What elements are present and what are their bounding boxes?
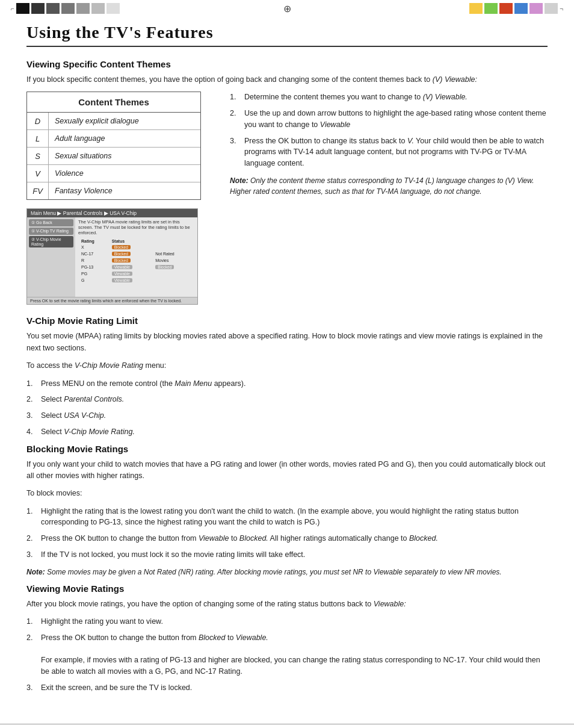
ct-desc-s: Sexual situations xyxy=(49,148,200,164)
corner-mark-left: ⌐ xyxy=(11,5,14,12)
viewing-movie-intro: After you block movie ratings, you have … xyxy=(26,599,548,610)
col-right: 1. Determine the content themes you want… xyxy=(230,92,548,305)
ss-menu-tvrating: ① V-Chip TV Rating xyxy=(29,228,73,235)
vchip-access-intro: To access the V-Chip Movie Rating menu: xyxy=(26,360,548,372)
blocking-heading: Blocking Movie Ratings xyxy=(26,444,548,454)
ss-header-text: Main Menu ▶ Parental Controls ▶ USA V-Ch… xyxy=(31,210,137,216)
color-block-2 xyxy=(31,3,45,14)
status-btn-g: Viewable xyxy=(112,278,132,282)
col-left: Content Themes D Sexually explicit dialo… xyxy=(26,92,213,305)
ss-ratings-table: RatingStatus XBlocked NC-17BlockedNot Ra… xyxy=(78,238,194,284)
corner-mark-right: ¬ xyxy=(560,5,563,12)
table-row: RBlockedMovies xyxy=(79,258,193,263)
viewing-movie-heading: Viewing Movie Ratings xyxy=(26,583,548,594)
table-row: GViewable xyxy=(79,278,193,283)
status-btn-nc17: Blocked xyxy=(112,252,131,256)
ss-menu-movierating: ② V-Chip Movie Rating xyxy=(29,236,73,247)
ct-letter-d: D xyxy=(27,113,49,129)
ss-menu-goback: ① Go Back xyxy=(29,219,73,226)
content-themes-title: Content Themes xyxy=(27,92,200,113)
vchip-step-3: 3. Select USA V-Chip. xyxy=(26,410,548,422)
blocking-section: Blocking Movie Ratings If you only want … xyxy=(26,444,548,577)
vchip-intro: You set movie (MPAA) rating limits by bl… xyxy=(26,331,548,354)
page-wrapper: ⌐ ⊕ ¬ Using the TV's Features Viewing Sp… xyxy=(0,0,574,728)
color-block-gray xyxy=(545,3,558,14)
ct-desc-d: Sexually explicit dialogue xyxy=(49,113,200,129)
color-block-blue xyxy=(514,3,528,14)
color-block-4 xyxy=(61,3,75,14)
vchip-step-1: 1. Press MENU on the remote control (the… xyxy=(26,378,548,390)
blocking-sub-intro: To block movies: xyxy=(26,488,548,499)
viewing-movie-steps: 1. Highlight the rating you want to view… xyxy=(26,616,548,694)
ct-row-fv: FV Fantasy Violence xyxy=(27,182,200,199)
status-btn-r: Blocked xyxy=(112,258,131,263)
ct-letter-l: L xyxy=(27,130,49,147)
color-block-3 xyxy=(46,3,60,14)
ct-letter-v: V xyxy=(27,165,49,182)
status-btn-pg13-alt: Blocked xyxy=(155,265,174,269)
vchip-step-2: 2. Select Parental Controls. xyxy=(26,394,548,405)
ct-row-l: L Adult language xyxy=(27,130,200,148)
viewing-specific-section: Viewing Specific Content Themes If you b… xyxy=(26,59,548,305)
viewing-specific-steps: 1. Determine the content themes you want… xyxy=(230,92,548,169)
ct-desc-fv: Fantasy Violence xyxy=(49,182,200,199)
viewing-specific-heading: Viewing Specific Content Themes xyxy=(26,59,548,69)
vchip-screenshot: Main Menu ▶ Parental Controls ▶ USA V-Ch… xyxy=(26,208,198,305)
viewing-movie-section: Viewing Movie Ratings After you block mo… xyxy=(26,583,548,694)
vchip-section: V-Chip Movie Rating Limit You set movie … xyxy=(26,316,548,437)
top-crosshair: ⊕ xyxy=(283,3,291,14)
step-3: 3. Press the OK button to change its sta… xyxy=(230,135,548,169)
ct-row-s: S Sexual situations xyxy=(27,148,200,165)
viewing-movie-step-3: 3. Exit the screen, and be sure the TV i… xyxy=(26,682,548,694)
main-content: Using the TV's Features Viewing Specific… xyxy=(0,17,574,718)
top-bar-left-blocks: ⌐ xyxy=(11,3,120,14)
table-row: PG-13ViewableBlocked xyxy=(79,264,193,270)
step-2: 2. Use the up and down arrow buttons to … xyxy=(230,108,548,131)
ss-bottom-bar: Press OK to set the movie rating limits … xyxy=(27,297,197,304)
ss-body: ① Go Back ① V-Chip TV Rating ② V-Chip Mo… xyxy=(27,217,197,297)
viewing-specific-intro: If you block specific content themes, yo… xyxy=(26,74,548,86)
ss-header: Main Menu ▶ Parental Controls ▶ USA V-Ch… xyxy=(27,209,197,217)
ct-desc-l: Adult language xyxy=(49,130,200,147)
ct-row-v: V Violence xyxy=(27,165,200,182)
blocking-steps: 1. Highlight the rating that is the lowe… xyxy=(26,506,548,561)
color-block-pink xyxy=(529,3,543,14)
screenshot-inner: Main Menu ▶ Parental Controls ▶ USA V-Ch… xyxy=(27,209,197,304)
ss-right-content: The V-Chip MPAA movie rating limits are … xyxy=(75,217,197,297)
status-btn-pg: Viewable xyxy=(112,272,132,276)
content-themes-box: Content Themes D Sexually explicit dialo… xyxy=(26,92,201,200)
viewing-movie-step-1: 1. Highlight the rating you want to view… xyxy=(26,616,548,627)
status-btn-pg13: Viewable xyxy=(112,265,132,269)
blocking-step-3: 3. If the TV is not locked, you must loc… xyxy=(26,549,548,561)
vchip-steps: 1. Press MENU on the remote control (the… xyxy=(26,378,548,438)
ct-row-d: D Sexually explicit dialogue xyxy=(27,113,200,130)
vchip-step-4: 4. Select V-Chip Movie Rating. xyxy=(26,426,548,438)
vchip-heading: V-Chip Movie Rating Limit xyxy=(26,316,548,326)
blocking-step-1: 1. Highlight the rating that is the lowe… xyxy=(26,506,548,529)
blocking-note: Note: Some movies may be given a Not Rat… xyxy=(26,567,548,577)
viewing-specific-note: Note: Only the content theme status corr… xyxy=(230,175,548,197)
page-footer: 52 Chapter 3 xyxy=(0,724,574,729)
ss-left-menu: ① Go Back ① V-Chip TV Rating ② V-Chip Mo… xyxy=(27,217,75,297)
ct-letter-s: S xyxy=(27,148,49,164)
viewing-movie-step-2: 2. Press the OK button to change the but… xyxy=(26,632,548,677)
color-block-6 xyxy=(91,3,105,14)
table-row: XBlocked xyxy=(79,244,193,250)
color-block-green xyxy=(484,3,498,14)
blocking-intro: If you only want your child to watch mov… xyxy=(26,459,548,482)
ct-desc-v: Violence xyxy=(49,165,200,182)
ct-letter-fv: FV xyxy=(27,182,49,199)
table-row: PGViewable xyxy=(79,271,193,276)
color-block-5 xyxy=(76,3,90,14)
top-bar: ⌐ ⊕ ¬ xyxy=(0,0,574,17)
blocking-step-2: 2. Press the OK button to change the but… xyxy=(26,533,548,544)
color-block-red xyxy=(499,3,513,14)
ss-desc-text: The V-Chip MPAA movie rating limits are … xyxy=(78,219,194,235)
color-block-1 xyxy=(16,3,29,14)
color-block-7 xyxy=(106,3,120,14)
top-bar-right-blocks: ¬ xyxy=(469,3,563,14)
table-row: NC-17BlockedNot Rated xyxy=(79,251,193,257)
two-col-layout: Content Themes D Sexually explicit dialo… xyxy=(26,92,548,305)
color-block-yellow xyxy=(469,3,483,14)
step-1: 1. Determine the content themes you want… xyxy=(230,92,548,103)
